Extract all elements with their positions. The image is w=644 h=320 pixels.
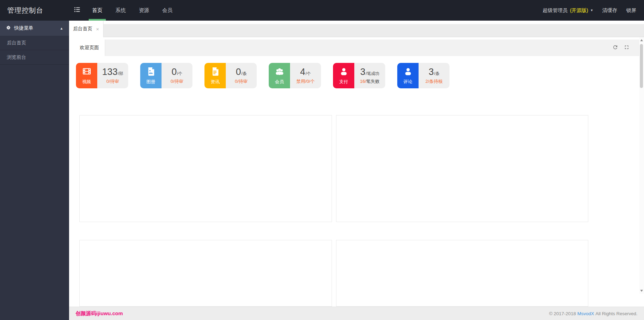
stat-subtext: 0/待审 — [235, 79, 248, 84]
tab-admin-home[interactable]: 后台首页 × — [69, 21, 103, 37]
sidebar-item-view-frontend[interactable]: 浏览前台 — [0, 50, 69, 65]
sidebar: 快捷菜单 ▲ 后台首页 浏览前台 — [0, 21, 69, 320]
dashboard-panel — [79, 115, 332, 222]
close-icon[interactable]: × — [96, 26, 99, 32]
sidebar-item-label: 后台首页 — [7, 40, 26, 45]
doc-icon — [210, 66, 220, 78]
content-scrollbar[interactable] — [639, 37, 644, 294]
stat-subtext: 0/待审 — [107, 79, 119, 84]
stat-info: 0/条 0/待审 — [226, 63, 257, 88]
nav-item-label: 会员 — [162, 7, 173, 14]
stat-label: 评论 — [403, 79, 412, 85]
scroll-down-arrow-icon[interactable] — [640, 290, 643, 292]
menu-toggle-button[interactable] — [69, 0, 86, 21]
stat-icon-block: 图册 — [140, 63, 162, 88]
dashboard-panel — [336, 240, 588, 307]
stat-label: 图册 — [146, 79, 155, 85]
fullscreen-button[interactable] — [623, 45, 630, 51]
copyright-prefix: © 2017-2018 — [549, 311, 576, 316]
stat-card-gallery[interactable]: 图册 0/个 0/待审 — [140, 63, 192, 88]
refresh-button[interactable] — [612, 45, 618, 51]
stat-info: 0/个 0/待审 — [162, 63, 192, 88]
dashboard-panel — [336, 115, 588, 222]
quick-menu-label: 快捷菜单 — [14, 25, 33, 31]
list-icon — [74, 6, 81, 15]
panels-row-1 — [79, 115, 639, 222]
stat-card-news[interactable]: 资讯 0/条 0/待审 — [204, 63, 257, 88]
user-dropdown[interactable]: 超级管理员 (开源版) ▼ — [538, 7, 598, 14]
stat-label: 会员 — [275, 79, 284, 85]
user-icon — [339, 66, 349, 78]
stat-card-video[interactable]: 视频 133/部 0/待审 — [76, 63, 128, 88]
tab-content: 欢迎页面 — [69, 37, 644, 320]
nav-item-system[interactable]: 系统 — [109, 0, 132, 21]
nav-item-label: 首页 — [92, 7, 102, 14]
footer-site-link[interactable]: 创颜源码ijiuwu.com — [76, 310, 123, 317]
caret-down-icon: ▼ — [590, 9, 593, 12]
footer-copyright: © 2017-2018MsvodXAll Rights Reserved. — [549, 311, 637, 316]
nav-item-home[interactable]: 首页 — [86, 0, 109, 21]
nav-item-label: 资源 — [139, 7, 149, 14]
nav-item-label: 系统 — [115, 7, 126, 14]
stat-subtext: 0/待审 — [171, 79, 184, 84]
tab-label: 后台首页 — [73, 26, 92, 32]
welcome-card-header: 欢迎页面 — [74, 40, 639, 56]
welcome-card-body: 视频 133/部 0/待审 图册 0/个 — [74, 56, 639, 307]
stat-icon-block: 视频 — [76, 63, 97, 88]
lock-screen-button[interactable]: 锁屏 — [622, 7, 641, 14]
page-tabbar: 后台首页 × — [69, 21, 644, 37]
stat-icon-block: 评论 — [397, 63, 419, 88]
stat-icon-block: 资讯 — [204, 63, 226, 88]
nav-item-resource[interactable]: 资源 — [132, 0, 156, 21]
stat-card-members[interactable]: 会员 4/个 禁用/0/个 — [269, 63, 321, 88]
stat-card-payments[interactable]: 支付 3/笔成功 16/笔失败 — [333, 63, 385, 88]
quick-menu-header[interactable]: 快捷菜单 ▲ — [0, 21, 69, 36]
stat-unit: /个 — [177, 71, 182, 77]
main-area: 后台首页 × 欢迎页面 — [69, 21, 644, 320]
panels-row-2 — [79, 240, 639, 307]
stat-subtext: 2/条待核 — [425, 79, 443, 84]
navbar-right: 超级管理员 (开源版) ▼ 清缓存 锁屏 — [538, 0, 644, 21]
stat-info: 4/个 禁用/0/个 — [290, 63, 321, 88]
stat-unit: /个 — [306, 71, 311, 77]
stat-value: 0 — [171, 67, 177, 77]
clear-cache-button[interactable]: 清缓存 — [598, 7, 622, 14]
footer-brand-link[interactable]: MsvodX — [577, 311, 594, 316]
stat-unit: /笔成功 — [366, 71, 379, 77]
gear-icon — [6, 25, 14, 31]
stat-label: 视频 — [82, 79, 91, 85]
user-icon — [403, 66, 413, 78]
fullscreen-icon — [624, 44, 630, 52]
stat-subtext: 16/ — [360, 79, 366, 84]
stat-value: 4 — [300, 67, 305, 77]
stat-label: 资讯 — [211, 79, 220, 85]
stat-unit: /部 — [118, 71, 123, 77]
edition-badge: (开源版) — [570, 7, 588, 14]
welcome-tab-label: 欢迎页面 — [80, 45, 99, 51]
stat-subtext: 禁用/0/个 — [296, 79, 314, 84]
footer: 创颜源码ijiuwu.com © 2017-2018MsvodXAll Righ… — [69, 307, 644, 320]
caret-up-icon: ▲ — [60, 26, 63, 30]
stat-icon-block: 支付 — [333, 63, 354, 88]
nav-item-member[interactable]: 会员 — [156, 0, 179, 21]
card-tools — [612, 45, 639, 51]
tabbar-strip — [69, 24, 644, 37]
stat-icon-block: 会员 — [269, 63, 290, 88]
stat-info: 3/条 2/条待核 — [419, 63, 449, 88]
stat-value: 3 — [429, 67, 434, 77]
tab-welcome-page[interactable]: 欢迎页面 — [74, 40, 105, 56]
copyright-suffix: All Rights Reserved. — [596, 311, 637, 316]
stat-unit: /条 — [241, 71, 246, 77]
stat-value: 0 — [236, 67, 241, 77]
stats-row: 视频 133/部 0/待审 图册 0/个 — [76, 63, 639, 88]
top-navbar: 管理控制台 首页 系统 资源 会员 超级管理员 (开源版) ▼ 清缓存 锁屏 — [0, 0, 644, 21]
scrollbar-thumb[interactable] — [640, 44, 643, 88]
stat-value: 3 — [360, 67, 365, 77]
scroll-up-arrow-icon[interactable] — [640, 39, 643, 41]
sidebar-item-admin-home[interactable]: 后台首页 — [0, 36, 69, 50]
stat-unit: /条 — [434, 71, 439, 77]
main-nav: 首页 系统 资源 会员 — [86, 0, 179, 21]
user-name: 超级管理员 — [543, 7, 568, 14]
stat-info: 133/部 0/待审 — [97, 63, 128, 88]
stat-card-comments[interactable]: 评论 3/条 2/条待核 — [397, 63, 449, 88]
